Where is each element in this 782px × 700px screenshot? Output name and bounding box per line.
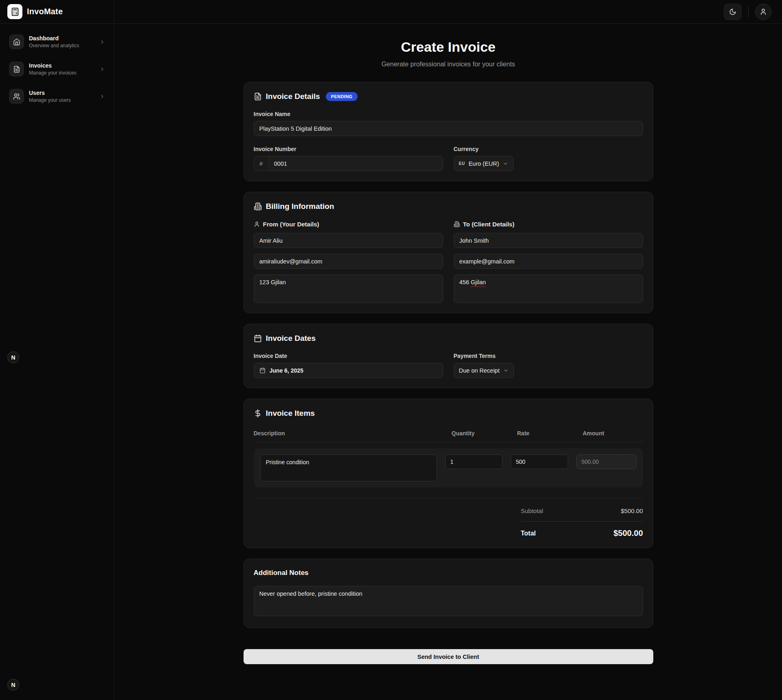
dollar-sign-icon [254,409,262,417]
sidebar: InvoMate Dashboard Overview and analytic… [0,0,114,700]
topbar [114,0,782,24]
column-rate: Rate [517,430,575,437]
sidebar-item-description: Overview and analytics [29,43,94,48]
card-title: Invoice Items [266,409,315,418]
user-icon [760,8,767,15]
sidebar-item-description: Manage your invoices [29,70,94,76]
calendar-icon [254,334,262,342]
sidebar-item-label: Dashboard [29,35,94,42]
sidebar-item-label: Invoices [29,62,94,69]
hash-prefix: # [254,156,269,171]
page-subtitle: Generate professional invoices for your … [244,61,653,68]
item-quantity-input[interactable] [445,454,503,469]
from-email-input[interactable] [254,254,443,269]
page-title: Create Invoice [244,39,653,55]
users-icon [9,89,24,104]
to-email-input[interactable] [454,254,643,269]
card-title: Billing Information [266,202,334,211]
sidebar-nav: Dashboard Overview and analytics Invoice… [0,24,114,114]
moon-icon [729,8,736,15]
invoice-icon [9,61,24,77]
billing-information-card: Billing Information From (Your Details) … [244,192,653,313]
payment-terms-label: Payment Terms [454,353,643,359]
to-name-input[interactable] [454,233,643,248]
home-icon [9,34,24,49]
theme-toggle-button[interactable] [724,4,742,20]
currency-label: Currency [454,146,643,152]
subtotal-value: $500.00 [621,507,643,514]
invoice-name-label: Invoice Name [254,111,643,117]
n-dev-badge[interactable]: N [7,351,19,363]
card-title: Invoice Dates [266,334,316,343]
invoice-date-picker[interactable]: June 6, 2025 [254,363,443,378]
topbar-divider [748,7,749,17]
invoice-date-value: June 6, 2025 [270,367,303,374]
totals-section: Subtotal $500.00 Total $500.00 [254,498,643,538]
total-value: $500.00 [613,529,643,538]
from-name-input[interactable] [254,233,443,248]
column-description: Description [254,430,444,437]
invoice-number-label: Invoice Number [254,146,443,152]
invoice-details-card: Invoice Details PENDING Invoice Name Inv… [244,82,653,181]
total-label: Total [521,530,536,537]
currency-select[interactable]: EU Euro (EUR) [454,156,514,171]
card-title: Invoice Details [266,92,320,101]
chevron-right-icon [99,94,105,99]
column-amount: Amount [583,430,643,437]
send-invoice-button[interactable]: Send Invoice to Client [244,649,653,664]
invoice-dates-card: Invoice Dates Invoice Date June 6, 2025 … [244,324,653,388]
building-small-icon [454,221,460,227]
item-rate-input[interactable] [511,454,568,469]
chevron-right-icon [99,66,105,72]
items-table-header: Description Quantity Rate Amount [254,430,643,442]
status-badge: PENDING [326,92,358,101]
invoice-date-label: Invoice Date [254,353,443,359]
app-name: InvoMate [27,7,63,16]
sidebar-item-users[interactable]: Users Manage your users [5,85,109,108]
sidebar-item-description: Manage your users [29,97,94,103]
to-heading: To (Client Details) [463,221,514,228]
file-text-icon [254,92,262,101]
invoice-name-input[interactable] [254,121,643,136]
calculator-logo-icon [7,4,22,19]
totals-divider [521,521,643,522]
from-address-textarea[interactable]: 123 Gjilan [254,274,443,303]
chevron-down-icon [503,368,509,373]
to-address-word: Gjilan [471,279,486,285]
payment-terms-value: Due on Receipt [459,367,500,374]
chevron-right-icon [99,39,105,45]
chevron-down-icon [503,161,508,167]
n-dev-badge[interactable]: N [7,679,19,691]
notes-textarea[interactable]: Never opened before, pristine condition [254,586,643,616]
main-area: Create Invoice Generate professional inv… [114,0,782,700]
calendar-small-icon [259,367,266,373]
invoice-items-card: Invoice Items Description Quantity Rate … [244,399,653,548]
item-description-textarea[interactable]: Pristine condition [260,454,437,481]
currency-value: Euro (EUR) [468,160,499,167]
eu-flag-glyph: EU [459,161,465,166]
invoice-item-row: Pristine condition [254,448,643,487]
content-column: Create Invoice Generate professional inv… [244,24,653,664]
to-address-number: 456 [459,279,471,285]
sidebar-item-dashboard[interactable]: Dashboard Overview and analytics [5,30,109,53]
sidebar-item-label: Users [29,90,94,96]
app-logo: InvoMate [0,0,114,24]
payment-terms-select[interactable]: Due on Receipt [454,363,514,378]
to-address-textarea[interactable]: 456 Gjilan [454,274,643,303]
invoice-number-input[interactable] [269,156,443,171]
sidebar-item-invoices[interactable]: Invoices Manage your invoices [5,57,109,81]
notes-title: Additional Notes [254,569,643,577]
invoice-number-group: # [254,156,443,171]
subtotal-label: Subtotal [521,507,543,514]
from-heading: From (Your Details) [263,221,319,228]
profile-button[interactable] [755,4,771,20]
item-amount-input [576,454,637,469]
person-icon [254,221,260,227]
building-icon [254,202,262,211]
additional-notes-card: Additional Notes Never opened before, pr… [244,559,653,628]
column-quantity: Quantity [452,430,509,437]
